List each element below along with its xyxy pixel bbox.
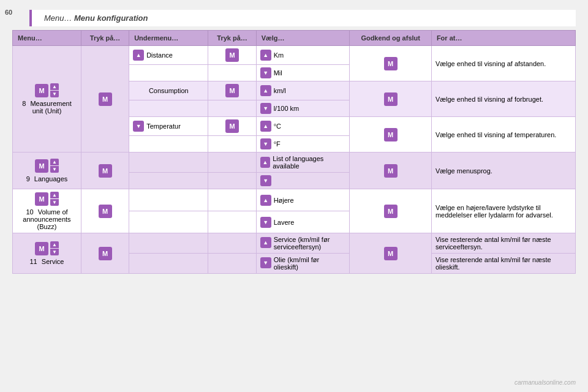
btn-down-11[interactable]: ▼ [50,249,59,255]
forat-volume: Vælge en højere/lavere lydstyrke til med… [431,189,575,233]
btn-up-11[interactable]: ▲ [50,241,59,248]
btn-m-godkend-service[interactable]: M [384,247,398,260]
undermenu-consumption-label: Consumption [149,87,189,94]
tryk-consumption: M [208,81,256,100]
arrow-down-olie: ▼ [260,257,271,268]
tryk-volume: M [81,189,129,233]
btn-m-8[interactable]: M [35,84,48,97]
menu-11-label: 11 Service [17,258,77,265]
tryk-empty-3 [208,136,256,153]
forat-service-top: Vise resterende antal km/mil før næste s… [431,233,575,254]
undermenu-temperatur: ▼ Temperatur [129,117,208,136]
arrow-down-fahrenheit: ▼ [260,138,271,149]
tryk-languages-empty2 [208,173,256,189]
btn-m-godkend-distance[interactable]: M [384,57,398,70]
btn-down-10[interactable]: ▼ [50,199,59,206]
tryk-service: M [81,233,129,274]
menu-8-label: 8 Measurement unit (Unit) [17,100,77,115]
page-title: Menu… [44,13,72,23]
btn-m-godkend-volume[interactable]: M [384,205,398,218]
undermenu-empty-1 [129,65,208,81]
btn-m-godkend-temperatur[interactable]: M [384,128,398,141]
vaelg-km-label: Km [274,51,284,59]
godkend-distance: M [350,46,431,81]
updown-9[interactable]: ▲ ▼ [50,159,59,173]
vaelg-l100km: ▼ l/100 km [256,100,350,117]
btn-up-10[interactable]: ▲ [50,192,59,198]
btn-m-tryk-9[interactable]: M [99,164,112,178]
updown-10[interactable]: ▲ ▼ [50,192,59,206]
undermenu-consumption: Consumption [129,81,208,100]
vaelg-mil-label: Mil [274,69,282,77]
header-vaelg: Vælg… [256,31,350,46]
arrow-up-distance: ▲ [133,50,144,61]
vaelg-fahrenheit-label: °F [274,140,281,148]
menu-cell-volume: M ▲ ▼ 10 Volume of announcements (Buzz) [13,189,81,233]
header-menu: Menu… [13,31,81,46]
updown-8[interactable]: ▲ ▼ [50,83,59,97]
tryk-empty-1 [208,65,256,81]
godkend-service: M [350,233,431,274]
tryk-temperatur: M [208,117,256,136]
undermenu-languages-empty2 [129,173,208,189]
vaelg-lavere-label: Lavere [274,219,295,226]
menu-10-label: 10 Volume of announcements (Buzz) [17,208,77,230]
page-number: 60 [5,9,12,16]
undermenu-empty-2 [129,100,208,117]
vaelg-fahrenheit: ▼ °F [256,136,350,153]
vaelg-service-label: Service (km/mil før serviceeftersyn) [274,236,346,251]
arrow-down-languages: ▼ [260,175,271,186]
arrow-up-km: ▲ [260,50,271,61]
header-tryk2: Tryk på… [208,31,256,46]
godkend-languages: M [350,153,431,189]
vaelg-celsius-label: °C [274,123,281,130]
arrow-up-languages: ▲ [260,157,271,168]
vaelg-languages-list: ▲ List of languages available [256,153,350,173]
btn-m-tryk-10[interactable]: M [99,205,112,218]
vaelg-service: ▲ Service (km/mil før serviceeftersyn) [256,233,350,254]
config-table: Menu… Tryk på… Undermenu… Tryk på… Vælg…… [12,30,576,274]
arrow-up-service: ▲ [260,237,271,248]
btn-m-tryk-11[interactable]: M [99,247,112,260]
godkend-temperatur: M [350,117,431,153]
undermenu-volume-empty2 [129,211,208,233]
tryk-languages-empty [208,153,256,173]
undermenu-service-empty2 [129,254,208,274]
btn-up-9[interactable]: ▲ [50,159,59,165]
btn-m-tryk-8[interactable]: M [99,92,112,106]
btn-up-8[interactable]: ▲ [50,83,59,90]
undermenu-service-empty [129,233,208,254]
btn-m-consumption[interactable]: M [225,84,239,97]
forat-consumption: Vælge enhed til visning af forbruget. [431,81,575,117]
undermenu-languages-empty [129,153,208,173]
table-row-service: M ▲ ▼ 11 Service M [13,233,576,254]
vaelg-hojere-label: Højere [274,197,294,204]
btn-m-godkend-consumption[interactable]: M [384,92,398,106]
vaelg-kmpl: ▲ km/l [256,81,350,100]
forat-service-bottom: Vise resterende antal km/mil før næste o… [431,254,575,274]
table-row-volume: M ▲ ▼ 10 Volume of announcements (Buzz) … [13,189,576,211]
arrow-down-lavere: ▼ [260,217,271,228]
btn-m-temperatur[interactable]: M [225,119,239,133]
btn-m-godkend-languages[interactable]: M [384,164,398,178]
header-title: Menu konfiguration [74,13,148,23]
table-row-languages: M ▲ ▼ 9 Languages M [13,153,576,173]
forat-temperatur: Vælge enhed til visning af temperaturen. [431,117,575,153]
btn-m-11[interactable]: M [35,242,48,255]
undermenu-distance-label: Distance [146,51,173,59]
tryk-service-empty [208,233,256,254]
vaelg-celsius: ▲ °C [256,117,350,136]
arrow-down-mil: ▼ [260,67,271,78]
menu-cell-languages: M ▲ ▼ 9 Languages [13,153,81,189]
menu-cell-measurement: M ▲ ▼ 8 Measurement unit (Unit) [13,46,81,153]
btn-m-distance[interactable]: M [225,48,239,62]
vaelg-lavere: ▼ Lavere [256,211,350,233]
btn-m-10[interactable]: M [35,192,48,206]
page-header: Menu… Menu konfiguration [29,10,576,26]
btn-m-9[interactable]: M [35,159,48,173]
btn-down-9[interactable]: ▼ [50,166,59,173]
btn-down-8[interactable]: ▼ [50,91,59,97]
updown-11[interactable]: ▲ ▼ [50,241,59,255]
header-tryk1: Tryk på… [81,31,129,46]
godkend-volume: M [350,189,431,233]
